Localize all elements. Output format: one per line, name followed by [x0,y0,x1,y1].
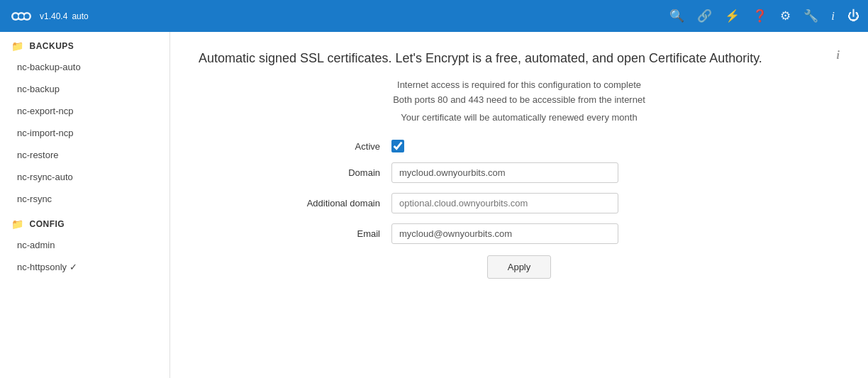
active-checkbox[interactable] [391,140,404,152]
info-line2: Both ports 80 and 443 need to be accessi… [199,94,840,105]
topbar-icons: 🔍 🔗 ⚡ ❓ ⚙ 🔧 i ⏻ [669,9,859,23]
sidebar-item-label: nc-backup-auto [17,62,81,72]
svg-point-5 [25,13,30,18]
folder-icon-backups: 📁 [11,40,24,52]
additional-domain-label: Additional domain [278,198,391,209]
sidebar-section-backups: 📁 BACKUPS [0,32,169,56]
additional-domain-input[interactable] [391,193,618,213]
logo-icon [9,4,34,29]
help-icon[interactable]: ❓ [752,9,767,23]
logo-area: v1.40.4 auto [9,4,89,29]
sidebar-item-nc-backup-auto[interactable]: nc-backup-auto [0,56,169,78]
sidebar-item-nc-restore[interactable]: nc-restore [0,144,169,166]
svg-point-4 [19,13,24,18]
settings-icon[interactable]: ⚙ [780,9,791,23]
section-config-label: CONFIG [30,219,65,229]
sidebar-item-label: nc-backup [17,84,60,94]
page-info-icon[interactable]: i [837,49,840,62]
page-title: Automatic signed SSL certificates. Let's… [199,49,840,68]
svg-point-3 [13,13,18,18]
link-icon[interactable]: 🔗 [697,9,712,23]
version-info: v1.40.4 auto [40,11,89,21]
sidebar: 📁 BACKUPS nc-backup-auto nc-backup nc-ex… [0,32,170,378]
activity-icon[interactable]: ⚡ [725,9,740,23]
apply-row: Apply [278,255,760,279]
active-row: Active [278,140,760,152]
sidebar-item-label: nc-export-ncp [17,106,73,116]
main-content: i Automatic signed SSL certificates. Let… [170,32,868,378]
topbar: v1.40.4 auto 🔍 🔗 ⚡ ❓ ⚙ 🔧 i ⏻ [0,0,868,32]
sidebar-item-label: nc-rsync [17,194,52,204]
domain-row: Domain [278,162,760,183]
section-backups-label: BACKUPS [30,41,74,51]
search-icon[interactable]: 🔍 [669,9,684,23]
sidebar-item-label: nc-httpsonly ✓ [17,262,77,272]
sidebar-item-nc-rsync[interactable]: nc-rsync [0,188,169,210]
power-icon[interactable]: ⏻ [847,9,859,23]
domain-label: Domain [278,167,391,178]
email-label: Email [278,228,391,239]
info-line1: Internet access is required for this con… [199,79,840,90]
mode-label: auto [72,11,88,21]
domain-input[interactable] [391,162,618,183]
info-icon[interactable]: i [831,9,835,23]
sidebar-item-nc-import-ncp[interactable]: nc-import-ncp [0,122,169,144]
sidebar-item-label: nc-rsync-auto [17,172,73,182]
sidebar-item-nc-httpsonly[interactable]: nc-httpsonly ✓ [0,256,169,278]
sidebar-item-nc-admin[interactable]: nc-admin [0,234,169,256]
sidebar-item-label: nc-import-ncp [17,128,73,138]
sidebar-item-nc-rsync-auto[interactable]: nc-rsync-auto [0,166,169,188]
email-input[interactable] [391,223,618,244]
additional-domain-row: Additional domain [278,193,760,213]
app-layout: 📁 BACKUPS nc-backup-auto nc-backup nc-ex… [0,32,868,378]
renewal-text: Your certificate will be automatically r… [199,112,840,123]
sidebar-item-label: nc-restore [17,150,59,160]
apply-button[interactable]: Apply [487,255,552,279]
version-number: v1.40.4 [40,11,67,21]
folder-icon-config: 📁 [11,218,24,230]
tool-icon[interactable]: 🔧 [803,9,818,23]
active-label: Active [278,141,391,152]
sidebar-item-nc-backup[interactable]: nc-backup [0,78,169,100]
email-row: Email [278,223,760,244]
sidebar-item-label: nc-admin [17,240,55,250]
sidebar-section-config: 📁 CONFIG [0,210,169,234]
sidebar-item-nc-export-ncp[interactable]: nc-export-ncp [0,100,169,122]
ssl-form: Active Domain Additional domain Email Ap… [278,140,760,279]
